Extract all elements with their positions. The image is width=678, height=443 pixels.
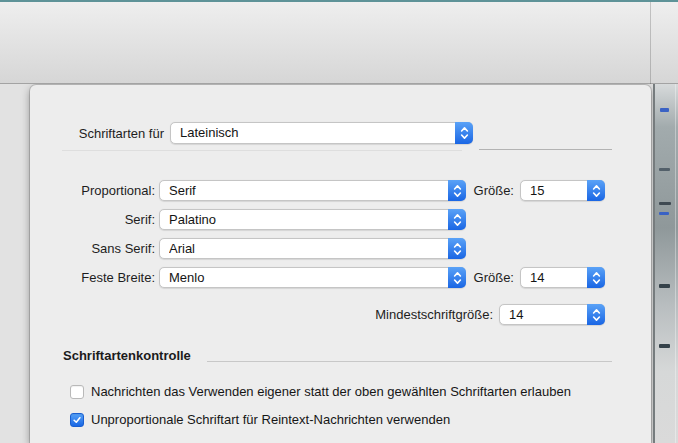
fixed-width-size-select[interactable]: 14 [520,267,605,288]
chevron-up-down-icon [587,304,605,325]
checkbox-label: Unproportionale Schriftart für Reintext-… [91,412,450,427]
size-label: Größe: [470,180,514,201]
fonts-for-select[interactable]: Lateinisch [170,122,473,144]
separator-line [62,150,462,151]
proportional-label: Proportional: [30,180,155,201]
view-preferences-panel: Schriftarten für Lateinisch Proportional… [30,85,651,443]
proportional-size-value: 15 [530,181,584,200]
separator-line [479,149,612,150]
background-window-strip [653,84,678,443]
chevron-up-down-icon [587,267,605,288]
screen: Ansicht Allgemein [0,0,678,443]
top-edge-line [0,0,678,2]
chevron-up-down-icon [448,267,466,288]
fixed-width-select[interactable]: Menlo [159,267,466,288]
checkbox-icon[interactable] [70,413,84,427]
section-separator-line [207,361,612,362]
proportional-value: Serif [169,181,445,200]
chevron-up-down-icon [448,209,466,230]
monospace-plaintext-checkbox-row[interactable]: Unproportionale Schriftart für Reintext-… [70,412,450,427]
font-control-section-title: Schriftartenkontrolle [63,348,191,363]
size-label: Größe: [470,267,514,288]
min-font-size-select[interactable]: 14 [499,304,605,325]
chevron-up-down-icon [448,238,466,259]
fixed-width-size-value: 14 [530,268,584,287]
proportional-select[interactable]: Serif [159,180,466,201]
serif-select[interactable]: Palatino [159,209,466,230]
fixed-width-label: Feste Breite: [30,267,155,288]
sans-serif-value: Arial [169,239,445,258]
chevron-up-down-icon [448,180,466,201]
chevron-up-down-icon [587,180,605,201]
min-font-size-value: 14 [509,305,584,324]
fixed-width-value: Menlo [169,268,445,287]
window-right-edge [650,0,651,84]
serif-label: Serif: [30,209,155,230]
proportional-size-select[interactable]: 15 [520,180,605,201]
allow-own-fonts-checkbox-row[interactable]: Nachrichten das Verwenden eigener statt … [70,384,571,399]
sans-serif-label: Sans Serif: [30,238,155,259]
chevron-up-down-icon [455,122,473,144]
sans-serif-select[interactable]: Arial [159,238,466,259]
fonts-for-label: Schriftarten für [30,123,164,144]
window-chrome [0,0,678,84]
checkbox-icon[interactable] [70,385,84,399]
min-font-size-label: Mindestschriftgröße: [30,304,493,325]
serif-value: Palatino [169,210,445,229]
fonts-for-value: Lateinisch [180,123,452,143]
checkbox-label: Nachrichten das Verwenden eigener statt … [91,384,571,399]
